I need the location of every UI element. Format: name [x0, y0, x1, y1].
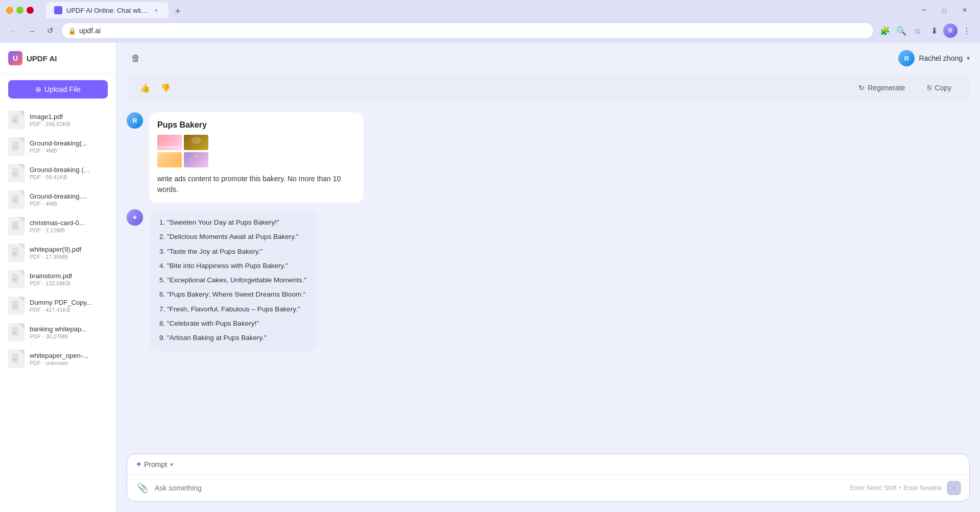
app-container: U UPDF AI ⊕ Upload File PDF Image1.pdf P… — [0, 43, 980, 512]
svg-text:PDF: PDF — [13, 305, 17, 308]
bakery-title: Pups Bakery — [157, 120, 355, 130]
file-item[interactable]: PDF Ground-breaking.... PDF · 4MB — [0, 186, 116, 213]
thumbs-down-button[interactable]: 👎 — [157, 80, 174, 96]
file-name: Image1.pdf — [30, 113, 108, 120]
file-name: whitepaper_open-... — [30, 352, 108, 359]
prompt-label[interactable]: Prompt — [144, 460, 167, 469]
bakery-images: 🎂 — [157, 135, 208, 167]
action-buttons: ↻ Regenerate ⎘ Copy — [850, 81, 960, 95]
back-button[interactable]: ← — [6, 23, 20, 38]
bakery-image-1 — [157, 135, 182, 150]
ai-response-item: 9. "Artisan Baking at Pups Bakery." — [159, 333, 306, 343]
file-item[interactable]: PDF whitepaper(9).pdf PDF · 17.95MB — [0, 239, 116, 266]
file-size: PDF · 132.58KB — [30, 280, 108, 286]
browser-titlebar: UPDF AI Online: Chat with PDF × + − □ × — [0, 0, 980, 20]
file-item[interactable]: PDF Ground-breaking (… PDF · 59.41KB — [0, 160, 116, 186]
file-name: brainstorm.pdf — [30, 272, 108, 280]
extensions-button[interactable]: 🧩 — [878, 23, 892, 38]
input-hint: Enter Send; Shift + Enter Newline — [850, 484, 942, 492]
window-close[interactable]: × — [958, 3, 972, 17]
copy-button[interactable]: ⎘ Copy — [919, 81, 960, 95]
thumbs-up-button[interactable]: 👍 — [137, 80, 153, 96]
message-input[interactable] — [155, 484, 845, 492]
ai-avatar-icon: ✦ — [127, 209, 143, 226]
window-controls — [6, 7, 34, 14]
attach-button[interactable]: 📎 — [135, 481, 150, 495]
file-info: Ground-breaking.... PDF · 4MB — [30, 192, 108, 207]
tabs-bar: UPDF AI Online: Chat with PDF × + — [42, 2, 189, 18]
input-top-bar: ✦ Prompt ▾ — [127, 454, 969, 475]
maximize-button[interactable] — [16, 7, 23, 14]
window-maximize[interactable]: □ — [937, 3, 951, 17]
file-item[interactable]: PDF Image1.pdf PDF · 246.62KB — [0, 107, 116, 133]
file-item[interactable]: PDF Dummy PDF_Copy... PDF · 427.41KB — [0, 292, 116, 319]
user-prompt-text: write ads content to promote this bakery… — [157, 174, 355, 195]
ai-response-item: 5. "Exceptional Cakes, Unforgettable Mom… — [159, 275, 306, 285]
file-item[interactable]: PDF banking whitepap... PDF · 30.27MB — [0, 319, 116, 346]
svg-text:PDF: PDF — [13, 358, 17, 361]
file-icon: PDF — [8, 217, 25, 235]
reload-button[interactable]: ↺ — [43, 23, 57, 38]
user-name: Rachel zhong — [919, 54, 963, 62]
active-tab[interactable]: UPDF AI Online: Chat with PDF × — [46, 2, 169, 18]
file-info: banking whitepap... PDF · 30.27MB — [30, 325, 108, 339]
user-message: R Pups Bakery 🎂 — [127, 112, 970, 203]
svg-text:PDF: PDF — [13, 119, 17, 122]
svg-text:PDF: PDF — [13, 252, 17, 255]
minimize-button[interactable] — [6, 7, 13, 14]
file-item[interactable]: PDF christmas-card-0... PDF · 2.12MB — [0, 213, 116, 239]
chevron-down-icon[interactable]: ▾ — [170, 461, 173, 468]
file-item[interactable]: PDF brainstorm.pdf PDF · 132.58KB — [0, 266, 116, 292]
file-info: Dummy PDF_Copy... PDF · 427.41KB — [30, 299, 108, 313]
file-name: Dummy PDF_Copy... — [30, 299, 108, 306]
file-item[interactable]: PDF Ground-breaking(... PDF · 4MB — [0, 133, 116, 160]
upload-icon: ⊕ — [35, 85, 41, 93]
file-icon: PDF — [8, 350, 25, 368]
bookmark-button[interactable]: ☆ — [911, 23, 925, 38]
file-icon: PDF — [8, 297, 25, 315]
delete-button[interactable]: 🗑 — [127, 49, 145, 67]
ai-response-item: 7. "Fresh, Flavorful, Fabulous – Pups Ba… — [159, 304, 306, 314]
upload-file-button[interactable]: ⊕ Upload File — [8, 80, 108, 99]
regenerate-button[interactable]: ↻ Regenerate — [850, 81, 913, 95]
thumbs-down-icon: 👎 — [160, 83, 171, 93]
file-name: Ground-breaking (… — [30, 166, 108, 174]
tab-close-button[interactable]: × — [152, 6, 160, 14]
file-name: banking whitepap... — [30, 325, 108, 333]
file-size: PDF · 2.12MB — [30, 227, 108, 233]
address-bar[interactable]: 🔒 updf.ai — [61, 22, 874, 39]
close-button[interactable] — [27, 7, 34, 14]
file-size: PDF · 4MB — [30, 201, 108, 207]
new-tab-button[interactable]: + — [171, 4, 185, 18]
ai-response-item: 8. "Celebrate with Pups Bakery!" — [159, 319, 306, 329]
address-text: updf.ai — [79, 27, 867, 35]
sidebar-title: UPDF AI — [27, 54, 57, 63]
tab-favicon — [54, 6, 62, 14]
trash-icon: 🗑 — [131, 53, 140, 64]
chat-area: 👍 👎 ↻ Regenerate ⎘ Copy — [116, 74, 980, 454]
browser-chrome: UPDF AI Online: Chat with PDF × + − □ × … — [0, 0, 980, 43]
window-minimize[interactable]: − — [917, 3, 931, 17]
svg-text:PDF: PDF — [13, 226, 17, 228]
send-button[interactable]: ↑ — [947, 481, 961, 495]
file-info: Image1.pdf PDF · 246.62KB — [30, 113, 108, 127]
updf-logo: U — [8, 51, 22, 65]
address-bar-row: ← → ↺ 🔒 updf.ai 🧩 🔍 ☆ ⬇ R ⋮ — [0, 20, 980, 43]
forward-button[interactable]: → — [25, 23, 39, 38]
file-info: Ground-breaking(... PDF · 4MB — [30, 139, 108, 154]
profile-button[interactable]: R — [943, 23, 958, 38]
downloads-button[interactable]: ⬇ — [927, 23, 941, 38]
file-item[interactable]: PDF whitepaper_open-... PDF · unknown — [0, 346, 116, 372]
svg-text:PDF: PDF — [13, 173, 17, 175]
upload-label: Upload File — [44, 85, 81, 93]
menu-button[interactable]: ⋮ — [960, 23, 974, 38]
file-size: PDF · 17.95MB — [30, 254, 108, 260]
regenerate-label: Regenerate — [868, 84, 905, 92]
file-info: Ground-breaking (… PDF · 59.41KB — [30, 166, 108, 180]
ai-message: ✦ 1. "Sweeten Your Day at Pups Bakery!"2… — [127, 209, 970, 351]
file-name: Ground-breaking.... — [30, 192, 108, 200]
svg-text:PDF: PDF — [13, 279, 17, 281]
zoom-button[interactable]: 🔍 — [894, 23, 909, 38]
copy-icon: ⎘ — [927, 84, 931, 92]
user-info[interactable]: R Rachel zhong ▾ — [898, 50, 970, 66]
